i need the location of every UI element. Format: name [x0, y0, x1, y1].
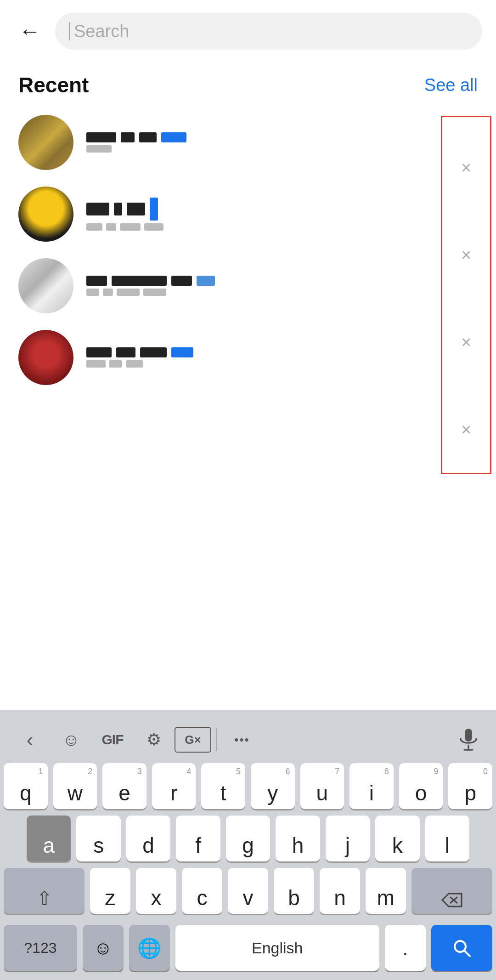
sub-row [86, 223, 445, 231]
name-block-blue [197, 276, 215, 286]
key-m[interactable]: m [366, 868, 406, 914]
search-key[interactable] [431, 925, 492, 971]
name-block [121, 132, 135, 142]
close-button-1[interactable]: × [461, 158, 471, 178]
name-block [86, 347, 112, 357]
see-all-button[interactable]: See all [424, 75, 478, 95]
contact-info [86, 276, 445, 296]
numbers-key[interactable]: ?123 [4, 925, 77, 971]
close-button-4[interactable]: × [461, 420, 471, 440]
sub-block [103, 289, 113, 296]
name-block-blue [161, 132, 186, 142]
contact-item[interactable]: × [0, 322, 496, 393]
contact-item[interactable]: × [0, 178, 496, 250]
close-btn-wrapper-1: × [441, 124, 491, 211]
close-btn-wrapper-2: × [441, 211, 491, 299]
key-u[interactable]: 7u [300, 763, 344, 809]
sub-block [143, 289, 166, 296]
key-z[interactable]: z [90, 868, 130, 914]
sub-block [109, 360, 122, 368]
keyboard-bottom-row: ?123 ☺ 🌐 English . [0, 925, 496, 980]
key-w[interactable]: 2w [53, 763, 97, 809]
key-v[interactable]: v [228, 868, 268, 914]
recent-header: Recent See all [0, 59, 496, 107]
sub-block [126, 360, 143, 368]
back-button[interactable]: ← [14, 15, 46, 47]
sub-row [86, 360, 445, 368]
key-b[interactable]: b [274, 868, 314, 914]
sub-block [86, 289, 99, 296]
key-j[interactable]: j [326, 816, 370, 861]
emoji-key[interactable]: ☺ [83, 925, 124, 971]
close-button-2[interactable]: × [461, 245, 471, 265]
name-row [86, 276, 445, 286]
key-k[interactable]: k [375, 816, 419, 861]
key-f[interactable]: f [176, 816, 220, 861]
key-t[interactable]: 5t [201, 763, 245, 809]
avatar [18, 187, 73, 242]
sub-block [120, 223, 141, 231]
contact-list: × × [0, 107, 496, 393]
key-e[interactable]: 3e [102, 763, 147, 809]
mic-icon [459, 728, 478, 752]
settings-button[interactable]: ⚙ [133, 724, 175, 756]
key-row-1: 1q 2w 3e 4r 5t 6y 7u 8i 9o 0p [4, 763, 492, 809]
period-key[interactable]: . [385, 925, 426, 971]
contact-item[interactable]: × [0, 107, 496, 178]
key-x[interactable]: x [136, 868, 176, 914]
key-q[interactable]: 1q [4, 763, 48, 809]
contact-info [86, 132, 445, 153]
translate-button[interactable]: G× [175, 727, 211, 753]
svg-rect-0 [465, 729, 472, 742]
search-placeholder: Search [74, 22, 129, 41]
close-btn-wrapper-4: × [441, 386, 491, 473]
more-button[interactable]: ••• [221, 724, 263, 756]
name-block [139, 132, 157, 142]
key-l[interactable]: l [425, 816, 469, 861]
emoji-panel-button[interactable]: ☺ [51, 724, 92, 756]
key-y[interactable]: 6y [251, 763, 295, 809]
name-row [86, 198, 445, 221]
close-button-3[interactable]: × [461, 333, 471, 352]
backspace-icon [440, 892, 463, 908]
period-label: . [402, 935, 408, 960]
space-key[interactable]: English [175, 925, 379, 971]
key-row-2: a s d f g h j k l [4, 816, 492, 861]
globe-icon: 🌐 [137, 937, 161, 959]
emoji-icon: ☺ [94, 938, 113, 958]
keyboard: ‹ ☺ GIF ⚙ G× ••• 1q 2w [0, 710, 496, 980]
key-d[interactable]: d [126, 816, 170, 861]
contact-item[interactable]: × [0, 250, 496, 322]
backspace-key[interactable] [411, 868, 492, 914]
key-n[interactable]: n [320, 868, 360, 914]
shift-key[interactable]: ⇧ [4, 868, 85, 914]
space-label: English [252, 939, 303, 957]
name-row [86, 132, 445, 142]
recent-title: Recent [18, 73, 89, 97]
sub-row [86, 145, 445, 153]
key-a[interactable]: a [27, 816, 71, 861]
key-h[interactable]: h [276, 816, 320, 861]
header: ← Search [0, 0, 496, 59]
search-bar[interactable]: Search [55, 13, 482, 50]
keyboard-toolbar: ‹ ☺ GIF ⚙ G× ••• [0, 719, 496, 763]
gif-button[interactable]: GIF [92, 724, 133, 756]
key-s[interactable]: s [76, 816, 120, 861]
key-p[interactable]: 0p [448, 763, 492, 809]
avatar [18, 115, 73, 170]
key-g[interactable]: g [226, 816, 270, 861]
globe-key[interactable]: 🌐 [129, 925, 170, 971]
name-block-blue [150, 198, 158, 221]
sub-block [144, 223, 163, 231]
sub-row [86, 289, 445, 296]
close-btn-wrapper-3: × [441, 299, 491, 386]
key-c[interactable]: c [182, 868, 222, 914]
microphone-button[interactable] [450, 724, 487, 756]
key-rows: 1q 2w 3e 4r 5t 6y 7u 8i 9o 0p a s d f g … [0, 763, 496, 925]
key-r[interactable]: 4r [152, 763, 196, 809]
key-i[interactable]: 8i [349, 763, 394, 809]
key-row-3: ⇧ z x c v b n m [4, 868, 492, 914]
keyboard-back-button[interactable]: ‹ [9, 724, 51, 756]
key-o[interactable]: 9o [399, 763, 443, 809]
name-block [127, 203, 145, 215]
